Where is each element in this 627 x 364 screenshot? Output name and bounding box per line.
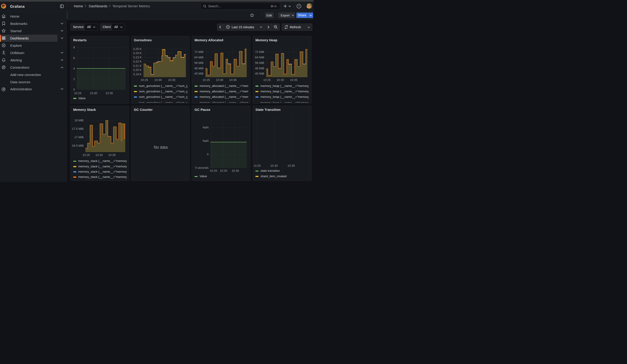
svg-text:8: 8: [73, 46, 75, 49]
svg-text:10:25: 10:25: [74, 92, 82, 95]
svg-text:NaN: NaN: [203, 139, 209, 143]
svg-text:10:30: 10:30: [95, 153, 103, 157]
svg-text:?: ?: [298, 5, 300, 8]
svg-text:10:30: 10:30: [220, 169, 227, 172]
svg-text:NaN: NaN: [203, 126, 209, 129]
svg-text:0: 0: [207, 152, 209, 156]
svg-text:4: 4: [73, 67, 75, 70]
svg-text:18 MiB: 18 MiB: [74, 119, 83, 122]
svg-text:17 MiB: 17 MiB: [74, 135, 83, 139]
svg-text:10:25: 10:25: [210, 169, 217, 172]
svg-text:0 seconds: 0 seconds: [195, 166, 209, 169]
svg-text:10:35: 10:35: [105, 92, 113, 95]
svg-text:10:35: 10:35: [108, 153, 116, 157]
svg-text:10:35: 10:35: [232, 169, 239, 172]
svg-text:17.5 MiB: 17.5 MiB: [72, 127, 83, 130]
svg-text:6: 6: [73, 56, 75, 60]
svg-text:16.5 MiB: 16.5 MiB: [72, 144, 83, 147]
svg-text:2: 2: [73, 77, 75, 81]
svg-text:0: 0: [73, 88, 75, 91]
svg-text:10:30: 10:30: [90, 92, 97, 95]
svg-text:10:25: 10:25: [83, 153, 90, 157]
